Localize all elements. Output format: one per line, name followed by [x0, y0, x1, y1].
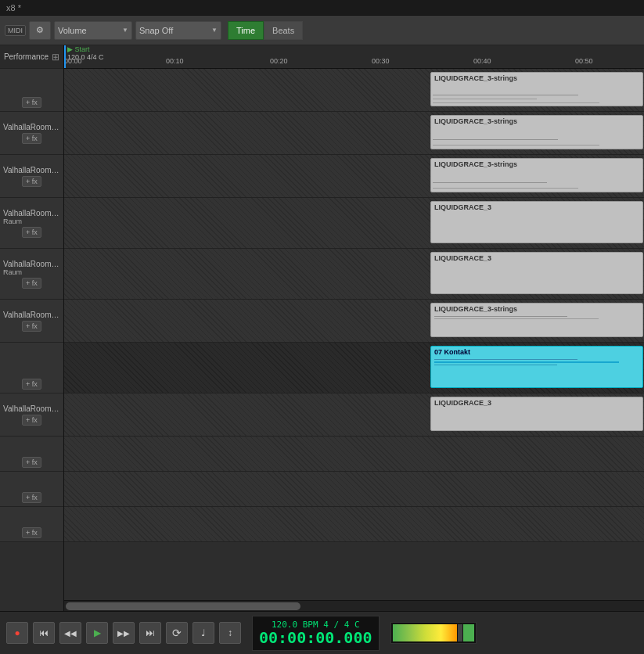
- snap-dropdown-wrapper: Snap Off Snap On: [135, 21, 221, 40]
- ruler-mark-3: 00:30: [372, 57, 390, 65]
- tracks-canvas[interactable]: LIQUIDGRACE_3-strings LIQUIDGRACE_3-stri…: [64, 69, 644, 600]
- window-title: x8 *: [6, 3, 21, 13]
- clip-5[interactable]: LIQUIDGRACE_3: [430, 252, 643, 294]
- clip-6[interactable]: LIQUIDGRACE_3-strings: [430, 303, 643, 337]
- metro-button[interactable]: ♩: [192, 622, 214, 644]
- playhead-line: [64, 45, 66, 68]
- volume-dropdown[interactable]: Volume: [54, 21, 132, 40]
- beats-button[interactable]: Beats: [264, 21, 303, 40]
- record-button[interactable]: ●: [6, 622, 28, 644]
- fx-button-11[interactable]: + fx: [22, 527, 41, 538]
- fx-button-7[interactable]: + fx: [22, 379, 41, 390]
- track-name-8: ValhallaRoom_x64: [3, 404, 61, 413]
- performance-header: Performance ⊞: [0, 45, 63, 69]
- level-meter: [390, 622, 477, 644]
- track-header-3: ValhallaRoom_x64 + fx: [0, 155, 63, 198]
- title-bar: x8 *: [0, 0, 644, 16]
- start-label: ▶ Start: [67, 45, 104, 53]
- track-header-4: ValhallaRoom_x64 Raum + fx: [0, 198, 63, 249]
- track-header-1: + fx: [0, 69, 63, 112]
- left-panel: Performance ⊞ + fx ValhallaRoom_x64 + fx…: [0, 45, 64, 611]
- track-header-8: ValhallaRoom_x64 + fx: [0, 393, 63, 437]
- track-subname-4: Raum: [3, 217, 22, 225]
- track-name-2: ValhallaRoom_x64: [3, 123, 61, 131]
- scrollbar-thumb[interactable]: [66, 602, 300, 610]
- main-area: Performance ⊞ + fx ValhallaRoom_x64 + fx…: [0, 45, 644, 611]
- track-name-3: ValhallaRoom_x64: [3, 166, 61, 174]
- clip-4[interactable]: LIQUIDGRACE_3: [430, 201, 643, 243]
- track-name-5: ValhallaRoom_x64: [3, 260, 61, 268]
- back-button[interactable]: ◀◀: [59, 622, 81, 644]
- timeline-ruler: ▶ Start 120.0 4/4 C 00:00 00:10 00:20 00…: [64, 45, 644, 69]
- timeline-area: ▶ Start 120.0 4/4 C 00:00 00:10 00:20 00…: [64, 45, 644, 611]
- forward-button[interactable]: ▶▶: [113, 622, 135, 644]
- track-header-6: ValhallaRoom_x64 + fx: [0, 300, 63, 343]
- grid-icon: ⊞: [52, 52, 59, 63]
- tempo-button[interactable]: ↕: [219, 622, 241, 644]
- track-row-8: LIQUIDGRACE_3: [64, 393, 644, 437]
- track-row-3: LIQUIDGRACE_3-strings: [64, 155, 644, 198]
- end-button[interactable]: ⏭: [139, 622, 161, 644]
- track-name-6: ValhallaRoom_x64: [3, 311, 61, 319]
- track-header-10: + fx: [0, 472, 63, 507]
- time-beats-group: Time Beats: [228, 21, 303, 40]
- track-header-5: ValhallaRoom_x64 Raum + fx: [0, 249, 63, 300]
- track-row-6: LIQUIDGRACE_3-strings: [64, 300, 644, 343]
- volume-dropdown-wrapper: Volume: [54, 21, 132, 40]
- meter-fill-right: [463, 624, 474, 641]
- ruler-mark-1: 00:10: [166, 57, 184, 65]
- clip-7[interactable]: 07 Kontakt: [430, 346, 643, 388]
- ruler-mark-5: 00:50: [575, 57, 593, 65]
- performance-label: Performance: [4, 52, 49, 61]
- ruler-mark-4: 00:40: [473, 57, 491, 65]
- clip-8[interactable]: LIQUIDGRACE_3: [430, 397, 643, 431]
- track-name-4: ValhallaRoom_x64: [3, 209, 61, 217]
- track-row-1: LIQUIDGRACE_3-strings: [64, 69, 644, 112]
- time-button[interactable]: Time: [228, 21, 264, 40]
- loop-button[interactable]: ⟳: [166, 622, 188, 644]
- track-row-11: [64, 507, 644, 542]
- midi-label: MIDI: [5, 25, 26, 36]
- track-header-11: + fx: [0, 507, 63, 542]
- track-row-5: LIQUIDGRACE_3: [64, 249, 644, 300]
- track-row-2: LIQUIDGRACE_3-strings: [64, 112, 644, 155]
- track-row-10: [64, 472, 644, 507]
- clip-2[interactable]: LIQUIDGRACE_3-strings: [430, 115, 643, 149]
- fx-button-5[interactable]: + fx: [22, 278, 41, 289]
- fx-button-9[interactable]: + fx: [22, 457, 41, 468]
- track-row-9: [64, 437, 644, 472]
- snap-dropdown[interactable]: Snap Off Snap On: [135, 21, 221, 40]
- clip-3[interactable]: LIQUIDGRACE_3-strings: [430, 158, 643, 192]
- horizontal-scrollbar[interactable]: [64, 600, 644, 611]
- fx-button-10[interactable]: + fx: [22, 492, 41, 503]
- ruler-mark-2: 00:20: [270, 57, 288, 65]
- toolbar: MIDI ⚙ Volume Snap Off Snap On Time Beat…: [0, 16, 644, 45]
- track-header-7: + fx: [0, 343, 63, 393]
- gear-button[interactable]: ⚙: [29, 21, 51, 40]
- fx-button-3[interactable]: + fx: [22, 176, 41, 187]
- fx-button-4[interactable]: + fx: [22, 227, 41, 238]
- track-row-7: 07 Kontakt: [64, 343, 644, 393]
- track-header-2: ValhallaRoom_x64 + fx: [0, 112, 63, 155]
- rewind-button[interactable]: ⏮: [33, 622, 55, 644]
- fx-button-1[interactable]: + fx: [22, 97, 41, 108]
- transport-bar: ● ⏮ ◀◀ ▶ ▶▶ ⏭ ⟳ ♩ ↕ 120.0 BPM 4 / 4 C 00…: [0, 611, 644, 654]
- track-header-9: + fx: [0, 437, 63, 472]
- fx-button-8[interactable]: + fx: [22, 415, 41, 426]
- play-button[interactable]: ▶: [86, 622, 108, 644]
- ruler-mark-0: 00:00: [64, 57, 82, 65]
- meter-fill-left: [393, 624, 457, 641]
- track-subname-5: Raum: [3, 268, 22, 276]
- fx-button-2[interactable]: + fx: [22, 133, 41, 144]
- clip-1[interactable]: LIQUIDGRACE_3-strings: [430, 72, 643, 106]
- fx-button-6[interactable]: + fx: [22, 321, 41, 332]
- track-row-4: LIQUIDGRACE_3: [64, 198, 644, 249]
- time-code: 00:00:00.000: [259, 628, 372, 647]
- bpm-display: 120.0 BPM 4 / 4 C 00:00:00.000: [252, 616, 380, 651]
